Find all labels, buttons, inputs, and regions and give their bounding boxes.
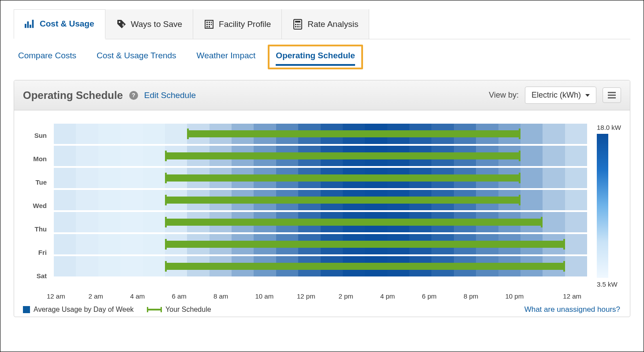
legend-label: Average Usage by Day of Week — [34, 306, 134, 314]
heatmap-cell — [520, 124, 543, 144]
heatmap-cell — [98, 190, 120, 210]
x-tick-label: 6 am — [172, 292, 214, 300]
chevron-down-icon — [585, 94, 590, 97]
unassigned-hours-link[interactable]: What are unassigned hours? — [524, 305, 620, 314]
heatmap-cell — [76, 234, 98, 254]
heatmap-cell — [76, 168, 98, 188]
svg-rect-21 — [297, 26, 299, 27]
heatmap-cell — [98, 212, 120, 232]
panel-header: Operating Schedule ? Edit Schedule View … — [14, 80, 630, 110]
heatmap-row — [54, 124, 587, 144]
edit-schedule-link[interactable]: Edit Schedule — [144, 91, 196, 100]
heatmap-cell — [520, 168, 543, 188]
tab-facility-profile[interactable]: Facility Profile — [193, 9, 282, 39]
colorbar-wrap: 18.0 kW 3.5 kW — [592, 124, 621, 288]
chart-menu-button[interactable] — [603, 87, 621, 103]
tab-cost-usage[interactable]: Cost & Usage — [14, 9, 105, 39]
heatmap-cell — [54, 190, 76, 210]
heatmap-cell — [54, 146, 76, 166]
y-tick-label: Thu — [23, 219, 47, 239]
heatmap-cell — [98, 234, 120, 254]
heatmap-cell — [143, 234, 165, 254]
svg-rect-14 — [209, 26, 210, 27]
x-tick-label: 12 am — [554, 292, 581, 300]
heatmap-row — [54, 190, 587, 210]
colorbar — [597, 134, 608, 278]
svg-rect-8 — [209, 22, 210, 23]
tab-label: Rate Analysis — [307, 19, 358, 29]
colorbar-min: 3.5 kW — [597, 280, 621, 288]
schedule-bar — [165, 219, 543, 226]
x-tick-label: 2 pm — [339, 292, 381, 300]
svg-rect-17 — [295, 24, 296, 25]
svg-rect-22 — [300, 26, 300, 27]
primary-tabs: Cost & Usage $ Ways to Save Facility Pro… — [14, 9, 630, 39]
heatmap-cell — [76, 190, 98, 210]
pricetag-icon: $ — [116, 19, 127, 30]
bars-icon — [25, 19, 35, 29]
colorbar-max: 18.0 kW — [597, 124, 621, 131]
heatmap-cell — [565, 256, 587, 276]
subnav-cost-usage-trends[interactable]: Cost & Usage Trends — [97, 51, 176, 69]
viewby-dropdown[interactable]: Electric (kWh) — [525, 87, 596, 104]
heatmap-cell — [54, 256, 76, 276]
help-icon[interactable]: ? — [129, 91, 138, 100]
tab-rate-analysis[interactable]: Rate Analysis — [282, 9, 369, 39]
heatmap-cell — [98, 168, 120, 188]
heatmap-cell — [98, 146, 120, 166]
x-axis-labels: 12 am2 am4 am6 am8 am10 am12 pm2 pm4 pm6… — [54, 292, 581, 300]
heatmap-row — [54, 168, 587, 188]
svg-rect-11 — [209, 24, 210, 25]
heatmap-cell — [120, 190, 142, 210]
schedule-bar — [165, 174, 520, 182]
tab-label: Ways to Save — [131, 19, 183, 29]
schedule-bar — [165, 263, 565, 270]
hamburger-icon — [608, 92, 616, 98]
svg-rect-1 — [27, 21, 29, 28]
x-tick-label: 12 am — [47, 292, 89, 300]
legend-label: Your Schedule — [165, 306, 211, 314]
subnav-compare-costs[interactable]: Compare Costs — [18, 51, 76, 69]
building-icon — [204, 19, 214, 30]
schedule-bar — [165, 241, 565, 248]
subnav-weather-impact[interactable]: Weather Impact — [197, 51, 256, 69]
heatmap-cell — [120, 168, 142, 188]
heatmap-row — [54, 212, 587, 232]
legend-swatch-blue-icon — [23, 306, 30, 313]
svg-rect-9 — [211, 22, 212, 23]
tab-label: Facility Profile — [219, 19, 271, 29]
tab-ways-to-save[interactable]: $ Ways to Save — [105, 9, 194, 39]
heatmap-cell — [565, 168, 587, 188]
heatmap-cell — [565, 234, 587, 254]
svg-rect-0 — [25, 24, 26, 28]
x-tick-label: 10 pm — [505, 292, 547, 300]
heatmap-cell — [143, 124, 165, 144]
heatmap-cell — [143, 168, 165, 188]
heatmap-cell — [76, 124, 98, 144]
x-tick-label: 10 am — [255, 292, 297, 300]
heatmap-row — [54, 256, 587, 276]
heatmap-cell — [143, 212, 165, 232]
svg-rect-12 — [211, 24, 212, 25]
x-tick-label: 12 pm — [297, 292, 339, 300]
heatmap-cell — [143, 256, 165, 276]
operating-schedule-panel: Operating Schedule ? Edit Schedule View … — [14, 80, 630, 317]
x-tick-label: 4 pm — [380, 292, 422, 300]
heatmap-cell — [543, 124, 565, 144]
heatmap-cell — [120, 146, 142, 166]
svg-rect-7 — [206, 22, 208, 23]
heatmap-cell — [565, 146, 587, 166]
svg-rect-13 — [206, 26, 208, 27]
legend: Average Usage by Day of Week Your Schedu… — [23, 303, 621, 314]
highlight-annotation: Operating Schedule — [268, 45, 363, 69]
schedule-bar — [165, 197, 520, 204]
heatmap-cell — [143, 190, 165, 210]
heatmap-cell — [565, 124, 587, 144]
y-tick-label: Tue — [23, 172, 47, 193]
heatmap-cell — [120, 234, 142, 254]
legend-avg-usage: Average Usage by Day of Week — [23, 306, 134, 314]
subnav-operating-schedule[interactable]: Operating Schedule — [276, 51, 355, 66]
legend-swatch-line-icon — [147, 309, 162, 310]
y-tick-label: Sun — [23, 125, 47, 146]
chart-area: SunMonTueWedThuFriSat 18.0 kW 3.5 kW 12 … — [14, 110, 630, 317]
